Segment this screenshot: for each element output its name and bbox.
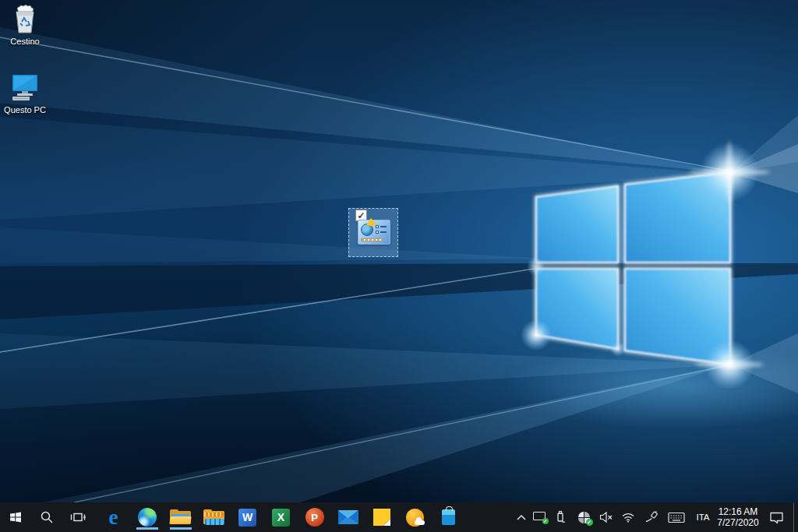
display-status-icon: ✓ <box>533 512 546 523</box>
taskbar-item-excel[interactable]: X <box>264 502 298 532</box>
tray-windows-security[interactable]: ✓ <box>574 502 594 532</box>
installer-setup-icon <box>358 220 390 245</box>
tray-ethernet[interactable] <box>642 502 661 532</box>
taskbar-item-edge-legacy[interactable]: e <box>97 502 130 532</box>
notification-bubble-icon <box>769 511 784 524</box>
taskbar-item-powerpoint[interactable]: P <box>298 502 331 532</box>
action-center-button[interactable] <box>764 502 789 532</box>
desktop-icon-recycle-bin[interactable]: Cestino <box>0 3 50 46</box>
zipped-folder-icon <box>203 509 224 526</box>
windows-desktop: Cestino Questo PC ✓ <box>0 0 798 532</box>
running-indicator <box>136 527 158 530</box>
volume-muted-icon <box>599 511 613 523</box>
edge-chromium-icon <box>138 508 157 527</box>
mail-icon <box>338 510 358 524</box>
taskbar-item-microsoft-store[interactable] <box>432 502 465 532</box>
language-label: ITA <box>696 513 709 522</box>
this-pc-icon <box>10 72 40 103</box>
taskbar: e W X P <box>0 502 798 532</box>
sticky-notes-icon <box>373 509 390 526</box>
taskbar-item-zipped-folder[interactable] <box>197 502 231 532</box>
windows-logo-wallpaper-art <box>0 0 798 502</box>
taskbar-item-weather[interactable] <box>398 502 432 532</box>
touch-keyboard-icon <box>668 512 685 523</box>
clock-time: 12:16 AM <box>719 506 758 517</box>
usb-icon <box>555 510 566 524</box>
powerpoint-icon: P <box>305 508 324 527</box>
check-icon: ✓ <box>357 211 365 220</box>
search-button[interactable] <box>31 502 62 532</box>
task-view-button[interactable] <box>62 502 94 532</box>
windows-security-icon: ✓ <box>578 512 590 523</box>
running-indicator <box>170 527 192 530</box>
edge-legacy-icon: e <box>109 507 118 528</box>
task-view-icon <box>70 510 86 524</box>
excel-icon: X <box>272 509 290 527</box>
tray-touch-keyboard[interactable] <box>664 502 689 532</box>
desktop-icon-installer-selected[interactable]: ✓ <box>348 208 398 257</box>
file-explorer-icon <box>170 509 191 526</box>
tray-wifi[interactable] <box>619 502 637 532</box>
show-desktop-button[interactable] <box>793 502 798 532</box>
clock-date: 7/27/2020 <box>717 517 758 528</box>
language-indicator[interactable]: ITA <box>692 502 714 532</box>
hidden-icons-button[interactable] <box>513 502 530 532</box>
taskbar-item-word[interactable]: W <box>231 502 264 532</box>
search-icon <box>40 510 54 524</box>
taskbar-item-edge-chromium[interactable] <box>130 502 164 532</box>
taskbar-item-file-explorer[interactable] <box>164 502 197 532</box>
recycle-bin-icon <box>12 3 37 34</box>
wifi-icon <box>621 512 635 523</box>
tray-display-status[interactable]: ✓ <box>530 502 549 532</box>
word-icon: W <box>238 509 256 527</box>
progress-bar <box>361 238 383 241</box>
start-button[interactable] <box>0 502 31 532</box>
icon-label: Questo PC <box>4 105 46 115</box>
weather-icon <box>406 509 424 527</box>
chevron-up-icon <box>516 513 527 521</box>
tray-usb-safely-remove[interactable] <box>552 502 569 532</box>
icon-label: Cestino <box>10 37 39 46</box>
tray-volume[interactable] <box>597 502 616 532</box>
ethernet-cable-icon <box>644 511 659 523</box>
microsoft-store-icon <box>442 509 455 525</box>
desktop-icon-this-pc[interactable]: Questo PC <box>0 72 50 115</box>
clock[interactable]: 12:16 AM 7/27/2020 <box>714 502 762 532</box>
taskbar-item-sticky-notes[interactable] <box>365 502 398 532</box>
taskbar-item-mail[interactable] <box>331 502 365 532</box>
desktop-wallpaper: Cestino Questo PC ✓ <box>0 0 798 502</box>
windows-logo-icon <box>9 510 23 524</box>
